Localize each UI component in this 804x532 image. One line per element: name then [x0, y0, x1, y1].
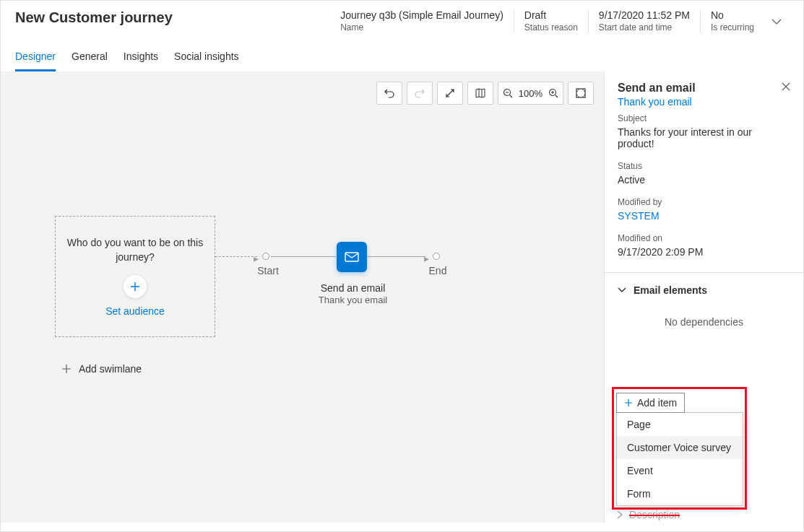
designer-canvas[interactable]: 100% Who do you want to be on this journ…: [1, 71, 604, 523]
start-node[interactable]: [262, 253, 269, 260]
chevron-right-icon: [616, 510, 623, 519]
arrow-icon: ▸: [424, 253, 429, 264]
close-panel-button[interactable]: [782, 82, 790, 93]
email-elements-section[interactable]: Email elements: [618, 284, 790, 296]
zoom-group: 100%: [498, 82, 563, 105]
email-node-title: Send an email: [297, 282, 409, 294]
undo-button[interactable]: [376, 82, 402, 105]
meta-name[interactable]: Journey q3b (Simple Email Journey) Name: [330, 9, 514, 32]
panel-title: Send an email: [618, 82, 782, 95]
modified-on-label: Modified on: [618, 233, 790, 243]
add-swimlane-button[interactable]: Add swimlane: [61, 363, 142, 375]
dropdown-item-customer-voice-survey[interactable]: Customer Voice survey: [617, 436, 743, 459]
email-elements-title: Email elements: [634, 284, 707, 296]
subject-label: Subject: [618, 113, 790, 123]
status-label: Status: [618, 161, 790, 171]
set-audience-link[interactable]: Set audience: [105, 305, 165, 317]
add-item-label: Add item: [637, 397, 677, 409]
add-audience-button[interactable]: [124, 275, 147, 298]
tab-bar: Designer General Insights Social insight…: [1, 39, 803, 71]
modified-by-value[interactable]: SYSTEM: [618, 210, 790, 222]
meta-start-value: 9/17/2020 11:52 PM: [599, 9, 690, 21]
meta-start-label: Start date and time: [599, 22, 690, 32]
email-record-link[interactable]: Thank you email: [618, 96, 790, 108]
arrow-icon: ▸: [254, 253, 259, 264]
no-dependencies-text: No dependencies: [618, 316, 790, 328]
audience-question: Who do you want to be on this journey?: [64, 236, 206, 264]
meta-recurring-value: No: [711, 9, 754, 21]
subject-value: Thanks for your interest in our product!: [618, 126, 790, 149]
tab-general[interactable]: General: [72, 51, 108, 71]
meta-recurring-label: Is recurring: [711, 22, 754, 32]
meta-start[interactable]: 9/17/2020 11:52 PM Start date and time: [588, 9, 700, 32]
end-node[interactable]: [433, 253, 440, 260]
dropdown-item-event[interactable]: Event: [617, 459, 743, 482]
description-section[interactable]: Description: [616, 509, 743, 520]
meta-status-value: Draft: [524, 9, 578, 21]
meta-recurring[interactable]: No Is recurring: [700, 9, 764, 32]
dropdown-item-page[interactable]: Page: [617, 413, 743, 436]
svg-rect-3: [345, 253, 358, 261]
header-meta: Journey q3b (Simple Email Journey) Name …: [330, 9, 764, 32]
svg-rect-2: [576, 89, 585, 97]
start-label: Start: [254, 265, 282, 276]
end-label: End: [427, 265, 449, 276]
email-node[interactable]: [337, 242, 367, 272]
fullscreen-button[interactable]: [568, 82, 594, 105]
canvas-toolbar: 100%: [376, 82, 594, 105]
redo-button[interactable]: [407, 82, 433, 105]
zoom-level: 100%: [517, 88, 544, 99]
add-item-dropdown: Page Customer Voice survey Event Form: [616, 412, 743, 506]
chevron-down-icon: [618, 287, 626, 293]
email-node-label: Send an email Thank you email: [297, 282, 409, 305]
status-value: Active: [618, 174, 790, 186]
page-title: New Customer journey: [15, 9, 330, 32]
expand-header-button[interactable]: [764, 9, 789, 32]
meta-status-label: Status reason: [524, 22, 578, 32]
fit-button[interactable]: [437, 82, 463, 105]
flow-connector: [368, 256, 425, 257]
zoom-in-button[interactable]: [548, 88, 558, 98]
flow-connector-dashed: [215, 256, 257, 257]
zoom-out-button[interactable]: [503, 88, 513, 98]
add-swimlane-label: Add swimlane: [79, 363, 142, 375]
modified-on-value: 9/17/2020 2:09 PM: [618, 246, 790, 258]
tab-designer[interactable]: Designer: [15, 51, 56, 71]
tab-insights[interactable]: Insights: [124, 51, 158, 71]
meta-name-label: Name: [340, 22, 503, 32]
modified-by-label: Modified by: [618, 197, 790, 207]
meta-name-value: Journey q3b (Simple Email Journey): [340, 9, 503, 21]
add-item-button[interactable]: Add item: [616, 393, 685, 413]
description-label: Description: [629, 509, 680, 520]
tab-social-insights[interactable]: Social insights: [174, 51, 239, 71]
flow-connector: [271, 256, 336, 257]
email-node-subtitle: Thank you email: [297, 295, 409, 305]
meta-status[interactable]: Draft Status reason: [514, 9, 588, 32]
minimap-button[interactable]: [467, 82, 493, 105]
audience-placeholder[interactable]: Who do you want to be on this journey? S…: [55, 216, 215, 337]
dropdown-item-form[interactable]: Form: [617, 482, 743, 505]
